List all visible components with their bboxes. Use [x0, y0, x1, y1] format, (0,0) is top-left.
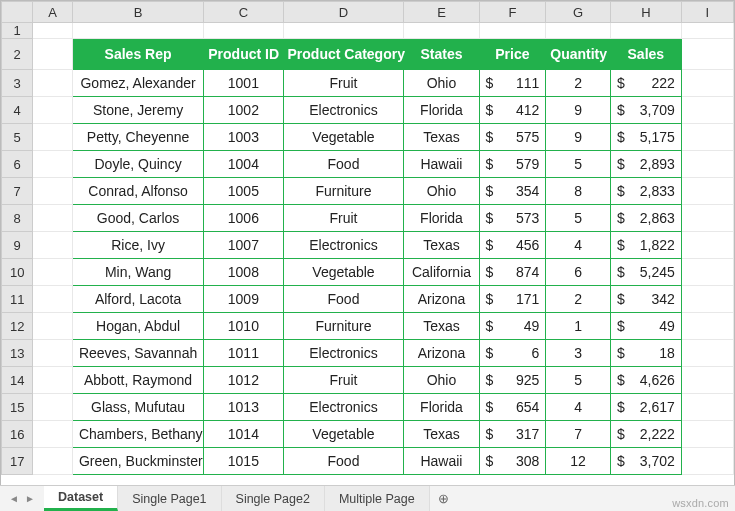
cell[interactable]	[479, 23, 546, 39]
table-cell-quantity[interactable]: 9	[546, 97, 611, 124]
table-cell-price[interactable]: $874	[479, 259, 546, 286]
table-header-cell[interactable]: Product Category	[283, 39, 404, 70]
row-header[interactable]: 13	[2, 340, 33, 367]
column-header[interactable]: G	[546, 2, 611, 23]
cell[interactable]	[681, 124, 733, 151]
cell[interactable]	[681, 151, 733, 178]
table-cell-quantity[interactable]: 5	[546, 151, 611, 178]
table-cell-price[interactable]: $171	[479, 286, 546, 313]
table-cell-sales[interactable]: $5,245	[610, 259, 681, 286]
table-header-cell[interactable]: Quantity	[546, 39, 611, 70]
row-header[interactable]: 5	[2, 124, 33, 151]
row-header[interactable]: 11	[2, 286, 33, 313]
cell[interactable]	[681, 394, 733, 421]
table-cell-quantity[interactable]: 3	[546, 340, 611, 367]
row-header[interactable]: 14	[2, 367, 33, 394]
sheet-tab[interactable]: Single Page2	[222, 486, 325, 511]
table-cell-price[interactable]: $573	[479, 205, 546, 232]
table-cell-productid[interactable]: 1008	[204, 259, 283, 286]
table-cell-salesrep[interactable]: Abbott, Raymond	[72, 367, 203, 394]
column-header[interactable]: D	[283, 2, 404, 23]
cell[interactable]	[681, 205, 733, 232]
table-cell-state[interactable]: California	[404, 259, 479, 286]
row-header[interactable]: 16	[2, 421, 33, 448]
table-header-cell[interactable]: Sales Rep	[72, 39, 203, 70]
table-cell-price[interactable]: $354	[479, 178, 546, 205]
table-cell-salesrep[interactable]: Good, Carlos	[72, 205, 203, 232]
table-header-cell[interactable]: Sales	[610, 39, 681, 70]
table-cell-salesrep[interactable]: Chambers, Bethany	[72, 421, 203, 448]
row-header[interactable]: 1	[2, 23, 33, 39]
table-cell-sales[interactable]: $2,833	[610, 178, 681, 205]
table-cell-quantity[interactable]: 4	[546, 394, 611, 421]
sheet-tab[interactable]: Single Page1	[118, 486, 221, 511]
table-cell-state[interactable]: Arizona	[404, 340, 479, 367]
table-cell-quantity[interactable]: 2	[546, 70, 611, 97]
table-cell-price[interactable]: $6	[479, 340, 546, 367]
cell[interactable]	[33, 340, 73, 367]
cell[interactable]	[33, 151, 73, 178]
table-cell-salesrep[interactable]: Conrad, Alfonso	[72, 178, 203, 205]
row-header[interactable]: 4	[2, 97, 33, 124]
table-header-cell[interactable]: States	[404, 39, 479, 70]
select-all-corner[interactable]	[2, 2, 33, 23]
table-cell-salesrep[interactable]: Glass, Mufutau	[72, 394, 203, 421]
column-header[interactable]: B	[72, 2, 203, 23]
cell[interactable]	[33, 124, 73, 151]
table-cell-salesrep[interactable]: Rice, Ivy	[72, 232, 203, 259]
table-cell-sales[interactable]: $18	[610, 340, 681, 367]
cell[interactable]	[72, 23, 203, 39]
column-header[interactable]: F	[479, 2, 546, 23]
table-cell-productid[interactable]: 1004	[204, 151, 283, 178]
table-cell-sales[interactable]: $2,893	[610, 151, 681, 178]
table-cell-category[interactable]: Fruit	[283, 70, 404, 97]
table-cell-salesrep[interactable]: Green, Buckminster	[72, 448, 203, 475]
table-cell-state[interactable]: Texas	[404, 124, 479, 151]
table-cell-productid[interactable]: 1005	[204, 178, 283, 205]
cell[interactable]	[681, 259, 733, 286]
table-cell-state[interactable]: Ohio	[404, 70, 479, 97]
add-sheet-button[interactable]: ⊕	[430, 486, 458, 511]
table-cell-state[interactable]: Florida	[404, 205, 479, 232]
table-cell-price[interactable]: $317	[479, 421, 546, 448]
table-cell-category[interactable]: Vegetable	[283, 421, 404, 448]
table-cell-category[interactable]: Furniture	[283, 313, 404, 340]
table-cell-quantity[interactable]: 1	[546, 313, 611, 340]
row-header[interactable]: 10	[2, 259, 33, 286]
table-cell-sales[interactable]: $5,175	[610, 124, 681, 151]
table-cell-category[interactable]: Fruit	[283, 205, 404, 232]
table-cell-sales[interactable]: $2,222	[610, 421, 681, 448]
row-header[interactable]: 3	[2, 70, 33, 97]
cell[interactable]	[404, 23, 479, 39]
table-cell-sales[interactable]: $222	[610, 70, 681, 97]
table-cell-category[interactable]: Electronics	[283, 394, 404, 421]
cell[interactable]	[681, 367, 733, 394]
cell[interactable]	[33, 178, 73, 205]
table-cell-price[interactable]: $412	[479, 97, 546, 124]
column-header[interactable]: H	[610, 2, 681, 23]
table-cell-salesrep[interactable]: Petty, Cheyenne	[72, 124, 203, 151]
table-cell-category[interactable]: Fruit	[283, 367, 404, 394]
column-header[interactable]: I	[681, 2, 733, 23]
table-cell-price[interactable]: $49	[479, 313, 546, 340]
row-header[interactable]: 2	[2, 39, 33, 70]
table-cell-state[interactable]: Florida	[404, 394, 479, 421]
cell[interactable]	[681, 97, 733, 124]
cell[interactable]	[33, 232, 73, 259]
row-header[interactable]: 17	[2, 448, 33, 475]
cell[interactable]	[681, 232, 733, 259]
table-cell-sales[interactable]: $342	[610, 286, 681, 313]
cell[interactable]	[681, 448, 733, 475]
cell[interactable]	[33, 39, 73, 70]
table-cell-category[interactable]: Food	[283, 286, 404, 313]
cell[interactable]	[33, 394, 73, 421]
cell[interactable]	[681, 178, 733, 205]
cell[interactable]	[681, 340, 733, 367]
table-cell-productid[interactable]: 1007	[204, 232, 283, 259]
cell[interactable]	[681, 313, 733, 340]
table-cell-price[interactable]: $111	[479, 70, 546, 97]
table-cell-productid[interactable]: 1002	[204, 97, 283, 124]
cell[interactable]	[33, 313, 73, 340]
table-cell-salesrep[interactable]: Hogan, Abdul	[72, 313, 203, 340]
cell[interactable]	[33, 286, 73, 313]
